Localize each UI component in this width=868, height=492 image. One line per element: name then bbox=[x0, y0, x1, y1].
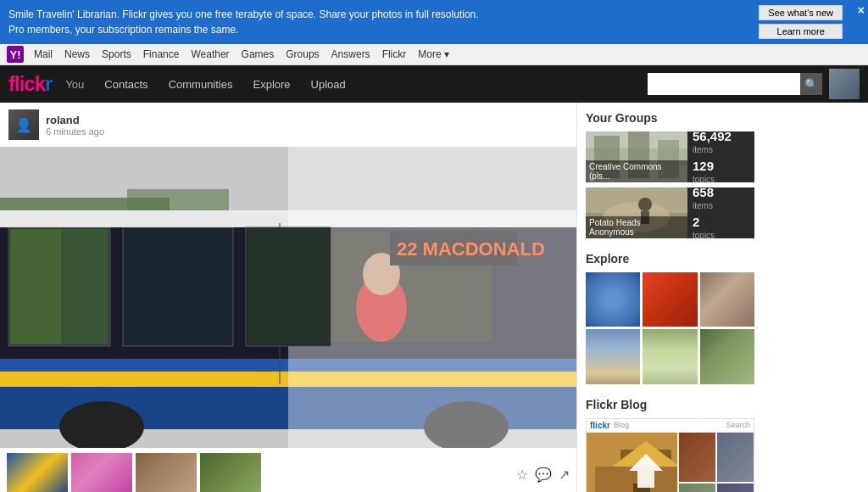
blog-main-svg bbox=[587, 433, 677, 492]
star-button[interactable]: ☆ bbox=[516, 467, 528, 483]
photo-main-roland[interactable]: 22 MACDONALD bbox=[0, 147, 576, 448]
your-groups-section: Your Groups Creative Commons (pls... 56, bbox=[586, 111, 754, 238]
explore-thumb-1[interactable] bbox=[586, 272, 640, 327]
user-avatar[interactable] bbox=[829, 69, 860, 99]
yahoo-nav-flickr[interactable]: Flickr bbox=[377, 47, 412, 62]
group-stats-cc: 56,492 items 129 topics bbox=[687, 131, 754, 182]
bus-photo-svg: 22 MACDONALD bbox=[0, 147, 576, 448]
close-banner-button[interactable]: × bbox=[858, 3, 865, 17]
blog-thumb-1[interactable] bbox=[679, 433, 715, 482]
sidebar: Your Groups Creative Commons (pls... 56, bbox=[576, 103, 763, 492]
flickr-nav: You Contacts Communities Explore Upload bbox=[55, 65, 648, 103]
post-time-roland: 6 minutes ago bbox=[46, 126, 104, 137]
your-groups-title: Your Groups bbox=[586, 111, 754, 125]
yahoo-nav-news[interactable]: News bbox=[59, 47, 95, 62]
cc-items-count: 56,492 items bbox=[693, 131, 749, 155]
group-item-creative-commons[interactable]: Creative Commons (pls... 56,492 items 12… bbox=[586, 131, 754, 182]
search-bar: 🔍 bbox=[648, 73, 822, 95]
yahoo-nav-mail[interactable]: Mail bbox=[29, 47, 58, 62]
yahoo-nav: Y! Mail News Sports Finance Weather Game… bbox=[0, 44, 868, 65]
group-name-cc: Creative Commons (pls... bbox=[586, 160, 687, 182]
nav-upload[interactable]: Upload bbox=[301, 65, 356, 103]
photo-thumbnails: ☆ 💬 ↗ bbox=[0, 448, 576, 492]
svg-rect-9 bbox=[61, 229, 108, 344]
blog-side-images bbox=[679, 433, 754, 492]
blog-thumb-2[interactable] bbox=[717, 433, 754, 482]
post-meta-roland: roland 6 minutes ago bbox=[46, 114, 104, 137]
blog-content bbox=[587, 433, 754, 492]
group-name-potato: Potato Heads Anonymous bbox=[586, 216, 687, 238]
explore-thumb-5[interactable] bbox=[643, 329, 697, 383]
share-button[interactable]: ↗ bbox=[559, 467, 570, 483]
svg-rect-8 bbox=[10, 229, 61, 344]
search-button[interactable]: 🔍 bbox=[800, 73, 822, 95]
feed-area: 👤 roland 6 minutes ago bbox=[0, 103, 576, 492]
yahoo-nav-more[interactable]: More ▾ bbox=[413, 47, 454, 62]
explore-grid bbox=[586, 272, 754, 384]
blog-section: Flickr Blog flickr Blog Search bbox=[586, 398, 754, 492]
explore-section: Explore bbox=[586, 252, 754, 384]
see-whats-new-button[interactable]: See what's new bbox=[759, 5, 843, 20]
avatar-roland[interactable]: 👤 bbox=[8, 109, 39, 140]
post-header-roland: 👤 roland 6 minutes ago bbox=[0, 103, 576, 147]
yahoo-nav-answers[interactable]: Answers bbox=[326, 47, 376, 62]
blog-thumb-4[interactable] bbox=[717, 484, 754, 492]
flickr-header: flickr You Contacts Communities Explore … bbox=[0, 65, 868, 103]
username-roland[interactable]: roland bbox=[46, 114, 104, 126]
top-banner: Smile Travelin' Librarian. Flickr gives … bbox=[0, 0, 868, 44]
explore-thumb-6[interactable] bbox=[700, 329, 754, 383]
svg-rect-20 bbox=[288, 147, 576, 448]
explore-thumb-3[interactable] bbox=[700, 272, 754, 327]
thumb-2[interactable] bbox=[71, 453, 132, 492]
thumb-3[interactable] bbox=[136, 453, 197, 492]
thumb-1[interactable] bbox=[7, 453, 68, 492]
blog-main-image[interactable] bbox=[587, 433, 677, 492]
thumb-4[interactable] bbox=[200, 453, 261, 492]
blog-header-bar: flickr Blog Search bbox=[587, 419, 754, 433]
nav-contacts[interactable]: Contacts bbox=[94, 65, 158, 103]
photo-card-roland: 👤 roland 6 minutes ago bbox=[0, 103, 576, 492]
cc-topics: 129 topics bbox=[693, 159, 749, 182]
blog-title: Flickr Blog bbox=[586, 398, 754, 411]
comment-button[interactable]: 💬 bbox=[535, 467, 552, 483]
banner-text: Smile Travelin' Librarian. Flickr gives … bbox=[8, 7, 759, 37]
explore-thumb-4[interactable] bbox=[586, 329, 640, 383]
svg-rect-6 bbox=[123, 227, 233, 346]
yahoo-nav-weather[interactable]: Weather bbox=[186, 47, 234, 62]
potato-items: 658 items bbox=[693, 187, 749, 211]
blog-thumb-3[interactable] bbox=[679, 484, 715, 492]
yahoo-nav-games[interactable]: Games bbox=[236, 47, 280, 62]
yahoo-nav-finance[interactable]: Finance bbox=[138, 47, 185, 62]
yahoo-logo: Y! bbox=[7, 46, 24, 63]
flickr-logo: flickr bbox=[8, 72, 52, 96]
main-content: 👤 roland 6 minutes ago bbox=[0, 103, 868, 492]
potato-topics: 2 topics bbox=[693, 215, 749, 238]
nav-explore[interactable]: Explore bbox=[242, 65, 300, 103]
nav-you[interactable]: You bbox=[55, 65, 94, 103]
yahoo-nav-groups[interactable]: Groups bbox=[281, 47, 324, 62]
svg-point-37 bbox=[638, 198, 652, 211]
learn-more-button[interactable]: Learn more bbox=[759, 24, 843, 39]
yahoo-nav-sports[interactable]: Sports bbox=[97, 47, 136, 62]
group-item-potato-heads[interactable]: Potato Heads Anonymous 658 items 2 topic… bbox=[586, 187, 754, 238]
nav-communities[interactable]: Communities bbox=[159, 65, 243, 103]
banner-buttons: See what's new Learn more bbox=[759, 5, 843, 39]
group-stats-potato: 658 items 2 topics bbox=[687, 187, 754, 238]
search-input[interactable] bbox=[648, 73, 800, 95]
explore-title: Explore bbox=[586, 252, 754, 266]
svg-rect-23 bbox=[248, 229, 329, 344]
blog-preview[interactable]: flickr Blog Search bbox=[586, 418, 754, 492]
banner-line2: Pro members, your subscription remains t… bbox=[8, 22, 759, 37]
banner-line1: Smile Travelin' Librarian. Flickr gives … bbox=[8, 7, 759, 22]
photo-actions: ☆ 💬 ↗ bbox=[516, 467, 570, 483]
explore-thumb-2[interactable] bbox=[643, 272, 697, 327]
